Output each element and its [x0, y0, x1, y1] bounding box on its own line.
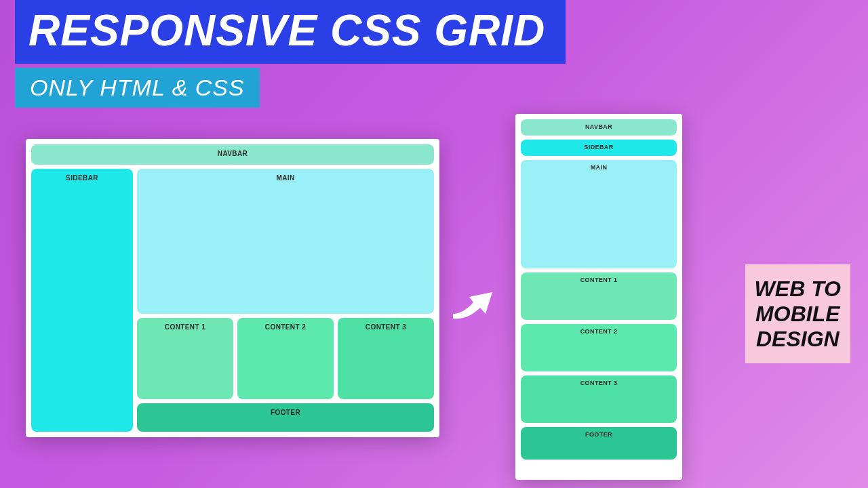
mobile-main-block: MAIN — [521, 160, 677, 268]
mobile-navbar-block: NAVBAR — [521, 119, 677, 136]
desktop-content1-block: CONTENT 1 — [137, 318, 233, 399]
callout-line1: WEB TO — [755, 277, 841, 302]
desktop-footer-block: FOOTER — [137, 403, 434, 432]
arrow-icon — [446, 277, 500, 324]
callout-line2: MOBILE — [755, 302, 841, 327]
mobile-footer-block: FOOTER — [521, 427, 677, 460]
desktop-content3-block: CONTENT 3 — [338, 318, 434, 399]
desktop-sidebar-block: SIDEBAR — [31, 169, 133, 432]
desktop-navbar-block: NAVBAR — [31, 144, 434, 165]
mobile-layout-preview: NAVBAR SIDEBAR MAIN CONTENT 1 CONTENT 2 … — [515, 114, 682, 480]
desktop-main-block: MAIN — [137, 169, 434, 314]
desktop-content2-block: CONTENT 2 — [237, 318, 334, 399]
callout-line3: DESIGN — [755, 327, 841, 352]
title-sub: ONLY HTML & CSS — [15, 68, 260, 108]
callout-badge: WEB TO MOBILE DESIGN — [745, 264, 850, 363]
mobile-sidebar-block: SIDEBAR — [521, 140, 677, 156]
desktop-layout-preview: NAVBAR SIDEBAR MAIN CONTENT 1 CONTENT 2 … — [26, 139, 439, 437]
mobile-content3-block: CONTENT 3 — [521, 375, 677, 423]
title-main: RESPONSIVE CSS GRID — [15, 0, 566, 64]
mobile-content2-block: CONTENT 2 — [521, 324, 677, 371]
mobile-content1-block: CONTENT 1 — [521, 272, 677, 320]
